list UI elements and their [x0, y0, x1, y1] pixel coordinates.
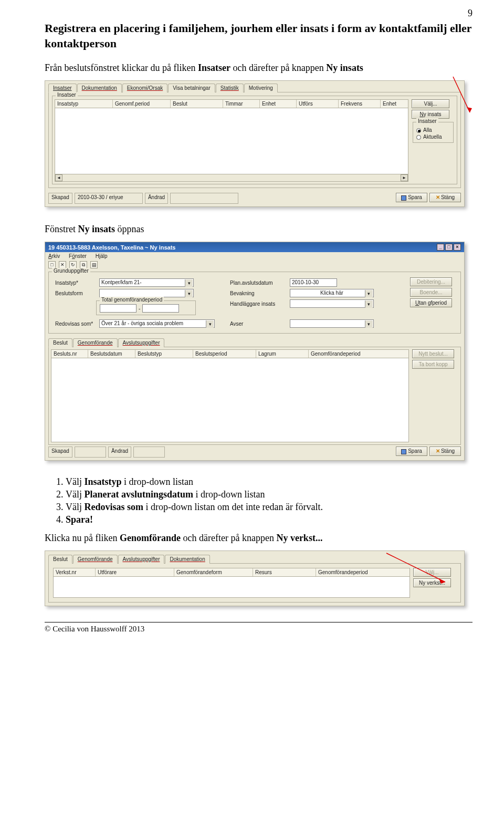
col-frekvens[interactable]: Frekvens: [339, 100, 381, 108]
tab-beslut[interactable]: Beslut: [48, 555, 72, 564]
radio-aktuella[interactable]: Aktuella: [415, 133, 451, 140]
copy-icon[interactable]: ⧉: [80, 261, 87, 268]
col-beslutstyp[interactable]: Beslutstyp: [135, 350, 193, 358]
status-andrad-label: Ändrad: [145, 193, 168, 203]
close-icon[interactable]: ×: [454, 244, 461, 251]
tool-icon[interactable]: ▤: [90, 261, 98, 268]
tab-visa-betalningar[interactable]: Visa betalningar: [168, 84, 215, 92]
status-andrad-value: [133, 447, 165, 457]
label-beslutsform: Beslutsform: [55, 290, 96, 296]
col-beslutsperiod[interactable]: Beslutsperiod: [193, 350, 256, 358]
col-utforare[interactable]: Utförare: [96, 568, 174, 576]
ta-bort-kopp-button[interactable]: Ta bort kopp: [412, 360, 454, 369]
avser-select[interactable]: [290, 319, 374, 328]
tab-motivering[interactable]: Motivering: [244, 84, 278, 92]
status-skapad-label: Skapad: [48, 447, 72, 457]
svg-marker-3: [439, 578, 445, 584]
maximize-icon[interactable]: □: [445, 244, 453, 251]
col-utfors[interactable]: Utförs: [297, 100, 339, 108]
redovisas-select[interactable]: Över 21 år - övriga sociala problem: [99, 319, 215, 328]
status-andrad-label: Ändrad: [108, 447, 131, 457]
period-to-input[interactable]: [142, 304, 179, 313]
status-skapad-label: Skapad: [48, 193, 72, 203]
col-lagrum[interactable]: Lagrum: [256, 350, 309, 358]
new-icon[interactable]: □: [48, 261, 56, 268]
boende-button[interactable]: Boende...: [410, 288, 452, 297]
col-insatstyp[interactable]: Insatstyp: [55, 100, 113, 108]
col-genomfperiod[interactable]: Genomf.period: [113, 100, 171, 108]
col-genomfperiod[interactable]: Genomförandeperiod: [309, 350, 408, 358]
col-beslut[interactable]: Beslut: [171, 100, 223, 108]
period-dash: -: [139, 306, 140, 312]
valj-button[interactable]: Välj...: [412, 99, 449, 108]
insatser-list[interactable]: ◄ ►: [55, 108, 408, 182]
tab-statistik[interactable]: Statistik: [216, 84, 244, 92]
stang-button[interactable]: ✕Stäng: [429, 447, 461, 455]
col-beslutsnr[interactable]: Besluts.nr: [51, 350, 88, 358]
tab-avslutsuppgifter[interactable]: Avslutsuppgifter: [118, 555, 165, 564]
step-text: Välj: [66, 489, 85, 500]
list-item: Spara!: [66, 514, 472, 525]
intro-bold1: Insatser: [198, 63, 230, 73]
tab-label: Dokumentation: [82, 85, 117, 91]
page-number: 9: [468, 8, 472, 19]
beslutsform-select[interactable]: [99, 289, 194, 297]
tab-dokumentation[interactable]: Dokumentation: [165, 555, 209, 564]
page-footer: © Cecilia von Hausswolff 2013: [45, 622, 472, 634]
col-beslutsdatum[interactable]: Beslutsdatum: [88, 350, 135, 358]
group-label: Insatser: [56, 92, 78, 98]
menu-hjalp[interactable]: Hjälp: [96, 253, 108, 259]
col-genomforandeform[interactable]: Genomförandeform: [174, 568, 253, 576]
col-timmar[interactable]: Timmar: [223, 100, 260, 108]
radio-icon: [416, 128, 421, 133]
spara-button[interactable]: Spara: [396, 447, 427, 455]
minimize-icon[interactable]: _: [437, 244, 444, 251]
tab-beslut[interactable]: Beslut: [48, 338, 72, 347]
period-from-input[interactable]: [100, 304, 136, 313]
caption-prefix: Klicka nu på fliken: [45, 533, 120, 543]
scrollbar-horizontal[interactable]: ◄ ►: [55, 174, 408, 181]
page-title: Registrera en placering i familjehem, jo…: [45, 21, 472, 51]
utan-gfperiod-button[interactable]: Utan gfperiod: [410, 298, 452, 307]
caption-bold: Ny verkst...: [276, 533, 322, 543]
tab-genomforande[interactable]: Genomförande: [73, 338, 118, 347]
col-enhet[interactable]: Enhet: [260, 100, 297, 108]
ny-insats-button[interactable]: Ny insats: [412, 110, 449, 119]
menu-fonster[interactable]: Fönster: [69, 253, 87, 259]
tab-avslutsuppgifter[interactable]: Avslutsuppgifter: [118, 338, 165, 347]
tab-ekonomi[interactable]: Ekonomi/Orsak: [122, 84, 167, 92]
col-verkstnr[interactable]: Verkst.nr: [54, 568, 96, 576]
nytt-beslut-button[interactable]: Nytt beslut...: [412, 349, 454, 358]
insatstyp-select[interactable]: Kontper/kfam 21-: [99, 278, 194, 287]
refresh-icon[interactable]: ↻: [69, 261, 77, 268]
delete-icon[interactable]: ✕: [59, 261, 66, 268]
handlaggare-select[interactable]: [290, 299, 374, 308]
debitering-button[interactable]: Debitering...: [410, 277, 452, 286]
button-label: Stäng: [441, 448, 455, 454]
list-item: Välj Insatstyp i drop-down listan: [66, 476, 472, 487]
scroll-right-icon[interactable]: ►: [401, 174, 408, 181]
spara-button[interactable]: Spara: [396, 193, 427, 202]
scroll-left-icon[interactable]: ◄: [55, 174, 62, 181]
genomforande-list[interactable]: [53, 577, 410, 598]
caption-mid: och därefter på knappen: [181, 533, 276, 543]
step-bold: Redovisas som: [85, 502, 144, 512]
tab-dokumentation[interactable]: Dokumentation: [77, 84, 122, 92]
col-resurs[interactable]: Resurs: [253, 568, 316, 576]
caption-prefix: Fönstret: [45, 224, 78, 234]
tab-genomforande[interactable]: Genomförande: [73, 555, 118, 564]
radio-alla[interactable]: Alla: [415, 127, 451, 133]
stang-button[interactable]: ✕Stäng: [429, 193, 461, 202]
intro-prefix: Från beslutsfönstret klickar du på flike…: [45, 63, 198, 73]
bevakning-select[interactable]: Klicka här: [290, 289, 374, 297]
plan-avslut-input[interactable]: 2010-10-30: [290, 278, 337, 287]
menu-arkiv[interactable]: Arkiv: [48, 253, 60, 259]
window-title: 19 450313-5883 Axelsson, Taxelina ~ Ny i…: [48, 244, 175, 251]
col-enhet2[interactable]: Enhet: [381, 100, 408, 108]
tab-label: Genomförande: [78, 340, 113, 346]
step-text: i drop-down listan: [193, 489, 265, 500]
intro-bold2: Ny insats: [326, 63, 363, 73]
tab-insatser[interactable]: Insatser: [48, 84, 77, 92]
tab-label: Visa betalningar: [173, 85, 211, 91]
beslut-list[interactable]: [51, 358, 409, 442]
